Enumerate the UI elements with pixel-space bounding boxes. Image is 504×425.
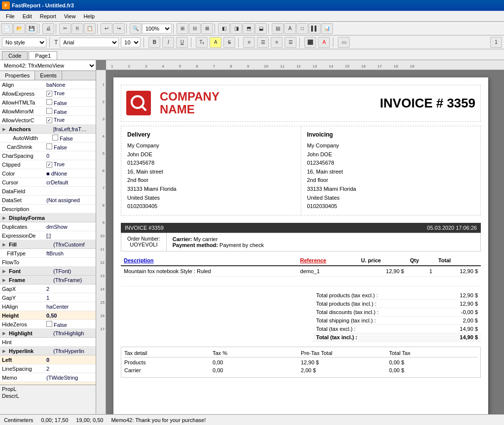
grid-button[interactable]: ⊞	[177, 23, 188, 34]
band-button[interactable]: ▤	[272, 23, 284, 34]
ruler-mark: 1	[111, 64, 113, 69]
menu-help[interactable]: Help	[79, 12, 99, 20]
cut-button[interactable]: ✂	[59, 23, 71, 34]
prop-canshrink[interactable]: CanShrink False	[0, 142, 96, 151]
prop-cursor[interactable]: Cursor crDefault	[0, 178, 96, 187]
prop-clipped[interactable]: Clipped True	[0, 160, 96, 169]
style-select[interactable]: No style	[2, 37, 46, 47]
border-button[interactable]: ▭	[338, 37, 350, 48]
prop-filltype[interactable]: FillType ftBrush	[0, 249, 96, 258]
cb-allowhtml[interactable]	[46, 99, 52, 105]
prop-allowvector[interactable]: AllowVectorC True	[0, 116, 96, 125]
align-right-button[interactable]: ◨	[230, 23, 242, 34]
prop-duplicates[interactable]: Duplicates dmShow	[0, 222, 96, 231]
prop-group-displayformat[interactable]: ▶ DisplayForma	[0, 213, 96, 222]
order-info: Order Number: UOYEVOLI Carrier: My carri…	[121, 233, 481, 251]
underline-button[interactable]: U	[176, 37, 188, 48]
align-bottom-button[interactable]: ⬓	[255, 23, 267, 34]
italic-button[interactable]: I	[162, 37, 174, 48]
panel-tab-properties[interactable]: Properties	[0, 71, 35, 80]
zoom-select[interactable]: 100%75%150%	[142, 24, 172, 34]
prop-group-font[interactable]: ▶ Font (TFont)	[0, 267, 96, 276]
prop-expressiondef[interactable]: ExpressionDe [;]	[0, 231, 96, 240]
prop-autowidth[interactable]: AutoWidth False	[0, 134, 96, 142]
highlight-button[interactable]: A	[210, 37, 221, 48]
strike-button[interactable]: S̶	[223, 37, 235, 48]
panel-tab-events[interactable]: Events	[35, 71, 62, 80]
menu-edit[interactable]: Edit	[19, 12, 36, 20]
prop-hint[interactable]: Hint	[0, 338, 96, 347]
prop-align[interactable]: Align baNone	[0, 80, 96, 89]
menu-report[interactable]: Report	[36, 12, 60, 20]
align-right-text[interactable]: ≡	[271, 37, 283, 48]
tab-code[interactable]: Code	[2, 51, 28, 60]
align-left-button[interactable]: ◧	[218, 23, 230, 34]
align-justify-text[interactable]: ☰	[285, 37, 296, 48]
total-value-3: 2,00 $	[463, 318, 478, 323]
prop-description[interactable]: Description	[0, 205, 96, 213]
delivery-label: Delivery	[127, 130, 295, 140]
prop-allowexpress[interactable]: AllowExpress True	[0, 89, 96, 98]
zoom-out-button[interactable]: 🔍	[130, 23, 142, 34]
align-center-text[interactable]: ☰	[257, 37, 269, 48]
grid2-button[interactable]: ⊟	[189, 23, 201, 34]
prop-allowmirror[interactable]: AllowMirrorM False	[0, 107, 96, 116]
new-button[interactable]: 📄	[1, 23, 13, 34]
copy-button[interactable]: ⎘	[72, 23, 83, 34]
menu-file[interactable]: File	[2, 12, 19, 20]
prop-allowhtml[interactable]: AllowHTMLTa False	[0, 98, 96, 107]
prop-halign[interactable]: HAlign haCenter	[0, 302, 96, 311]
size-select[interactable]: 1081214	[121, 37, 141, 47]
cb-clipped[interactable]	[46, 162, 52, 168]
paste-button[interactable]: 📋	[84, 23, 96, 34]
prop-left[interactable]: Left 0	[0, 355, 96, 364]
subscript-button[interactable]: T₁	[196, 37, 208, 48]
memo-button[interactable]: A	[284, 23, 296, 34]
cb-autowidth[interactable]	[52, 135, 58, 141]
cb-allowmirror[interactable]	[46, 108, 52, 114]
menu-view[interactable]: View	[60, 12, 80, 20]
prop-val-allowmirror: False	[44, 108, 96, 115]
invoicing-tel: 0102030405	[307, 202, 475, 211]
redo-button[interactable]: ↪	[113, 23, 125, 34]
prop-gapy[interactable]: GapY 1	[0, 293, 96, 302]
font-select[interactable]: ArialTimes New Roman	[60, 37, 119, 47]
highlight2-button[interactable]: ⬛	[304, 37, 316, 48]
prop-group-fill[interactable]: ▶ Fill (TfrxCustomf	[0, 240, 96, 249]
prop-group-anchors[interactable]: ▶ Anchors [fraLeft,fraT…	[0, 125, 96, 134]
prop-linespacing[interactable]: LineSpacing 2	[0, 364, 96, 373]
cb-allowexpress[interactable]	[46, 91, 52, 97]
align-left-text[interactable]: ≡	[243, 37, 255, 48]
prop-group-frame[interactable]: ▶ Frame (TfrxFrame)	[0, 276, 96, 284]
cb-allowvector[interactable]	[46, 117, 52, 123]
component-selector[interactable]: Memo42: TfrxMemoView	[0, 60, 96, 71]
cb-canshrink[interactable]	[46, 143, 52, 149]
tool-r1[interactable]: 1	[490, 37, 502, 48]
cb-hidezeros[interactable]	[46, 321, 52, 327]
prop-datafield[interactable]: DataField	[0, 187, 96, 196]
print-button[interactable]: 🖨	[42, 23, 54, 34]
open-button[interactable]: 📂	[13, 23, 25, 34]
prop-memo[interactable]: Memo (TWideString	[0, 373, 96, 382]
undo-button[interactable]: ↩	[101, 23, 112, 34]
tab-page1[interactable]: Page1	[29, 51, 57, 60]
prop-height[interactable]: Height 0,50	[0, 311, 96, 320]
bold-button[interactable]: B	[148, 37, 160, 48]
save-button[interactable]: 💾	[26, 23, 37, 34]
prop-charspacing[interactable]: CharSpacing 0	[0, 151, 96, 160]
payment-row: Payment method: Payment by check	[173, 242, 474, 248]
align-top-button[interactable]: ⬒	[243, 23, 254, 34]
prop-group-hyperlink[interactable]: ▶ Hyperlink (TfrxHyperlin	[0, 347, 96, 355]
prop-gapx[interactable]: GapX 2	[0, 284, 96, 293]
prop-color[interactable]: Color ■ dNone	[0, 169, 96, 178]
barcode-button[interactable]: ▌▌	[309, 23, 321, 34]
prop-group-highlight[interactable]: ▶ Highlight (TfrxHighligh	[0, 329, 96, 338]
shape-button[interactable]: □	[296, 23, 308, 34]
color-button[interactable]: A	[318, 37, 330, 48]
prop-hidezeros[interactable]: HideZeros False	[0, 320, 96, 329]
prop-val-halign: haCenter	[44, 304, 96, 310]
chart-button[interactable]: 📊	[321, 23, 333, 34]
layout-button[interactable]: ⊠	[201, 23, 213, 34]
prop-dataset[interactable]: DataSet (Not assigned	[0, 196, 96, 205]
prop-flowto[interactable]: FlowTo	[0, 258, 96, 267]
